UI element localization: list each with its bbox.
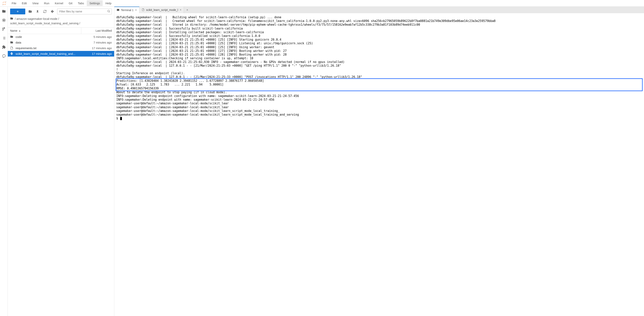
terminal-post: About to delete the endpoint to stop pay… (116, 91, 299, 120)
folder-icon[interactable] (2, 9, 6, 13)
plus-icon (186, 8, 188, 11)
file-modified: 17 minutes ago (81, 45, 114, 51)
menu-kernel[interactable]: Kernel (52, 0, 66, 6)
header-modified[interactable]: Last Modified (81, 27, 114, 34)
tab-editor[interactable]: scikit_learn_script_mode_l × (140, 6, 184, 13)
svg-point-3 (6, 1, 6, 2)
menu-file[interactable]: File (9, 0, 19, 6)
refresh-button[interactable] (42, 9, 48, 14)
file-modified: 7 minutes ago (81, 40, 114, 45)
main-panel: Terminal 1 × scikit_learn_script_mode_l … (114, 6, 644, 316)
file-browser: / amazon-sagemaker-local-mode / scikit_l… (8, 6, 114, 316)
file-row-folder[interactable]: data 7 minutes ago (8, 40, 114, 45)
folder-icon (10, 41, 14, 44)
file-name: requirements.txt (16, 46, 36, 50)
sort-asc-icon: ▲ (18, 29, 21, 32)
close-icon[interactable]: × (180, 8, 182, 12)
file-name: scikit_learn_script_mode_local_training_… (16, 52, 76, 55)
folder-icon (10, 35, 14, 38)
comments-icon[interactable] (2, 54, 6, 58)
terminal-cursor (120, 117, 122, 120)
menu-tabs[interactable]: Tabs (75, 0, 87, 6)
terminal-output[interactable]: dbfukz5a9g-sagemaker-local | Building wh… (114, 13, 644, 316)
search-icon (107, 10, 110, 13)
file-row-folder[interactable]: code 5 minutes ago (8, 34, 114, 40)
svg-rect-15 (117, 9, 119, 11)
file-name: data (16, 41, 21, 44)
file-row-python[interactable]: scikit_learn_script_mode_local_training_… (8, 51, 114, 56)
terminal-highlight: Predictions: [1.43020404 1.38241028 2.39… (116, 79, 642, 91)
stop-circle-icon[interactable] (2, 18, 6, 22)
file-row-text[interactable]: requirements.txt 17 minutes ago (8, 45, 114, 51)
new-folder-button[interactable] (28, 9, 33, 14)
menu-run[interactable]: Run (41, 0, 52, 6)
file-icon (142, 8, 144, 12)
plus-icon (16, 10, 19, 13)
file-list: code 5 minutes ago data 7 minutes ago re… (8, 34, 114, 56)
terminal-icon (117, 8, 120, 12)
header-name[interactable]: Name▲ (8, 27, 81, 34)
file-modified: 17 minutes ago (81, 51, 114, 56)
menu-edit[interactable]: Edit (19, 0, 30, 6)
extension-icon[interactable] (2, 45, 6, 49)
python-icon (10, 52, 14, 55)
tab-label: scikit_learn_script_mode_l (146, 8, 178, 11)
file-toolbar (8, 6, 114, 16)
breadcrumb[interactable]: / amazon-sagemaker-local-mode / scikit_l… (8, 16, 114, 27)
svg-point-4 (2, 4, 3, 5)
folder-icon (10, 17, 13, 21)
file-name: code (16, 35, 22, 38)
new-tab-button[interactable] (184, 6, 190, 13)
menu-git[interactable]: Git (66, 0, 75, 6)
breadcrumb-path[interactable]: / amazon-sagemaker-local-mode / scikit_l… (10, 17, 80, 25)
menu-help[interactable]: Help (103, 0, 114, 6)
file-icon (10, 46, 14, 49)
file-filter-input[interactable] (57, 8, 112, 14)
file-list-header: Name▲ Last Modified (8, 27, 114, 34)
activity-bar (0, 6, 8, 316)
terminal-pre: dbfukz5a9g-sagemaker-local | Building wh… (116, 15, 496, 79)
tab-label: Terminal 1 (121, 8, 134, 12)
git-branch-icon[interactable] (2, 27, 6, 31)
svg-line-14 (109, 12, 110, 12)
jupyter-logo (2, 0, 7, 6)
tab-bar: Terminal 1 × scikit_learn_script_mode_l … (114, 6, 644, 13)
menu-settings[interactable]: Settings (87, 0, 103, 6)
new-launcher-button[interactable] (10, 8, 25, 14)
tab-terminal[interactable]: Terminal 1 × (114, 6, 140, 13)
close-icon[interactable]: × (135, 8, 137, 12)
svg-point-13 (108, 10, 110, 12)
menubar: File Edit View Run Kernel Git Tabs Setti… (0, 0, 644, 6)
upload-button[interactable] (35, 9, 40, 14)
menu-view[interactable]: View (30, 0, 41, 6)
svg-rect-6 (3, 20, 4, 21)
git-clone-button[interactable] (50, 9, 55, 14)
file-modified: 5 minutes ago (81, 34, 114, 40)
list-icon[interactable] (2, 36, 6, 40)
svg-point-2 (3, 2, 6, 4)
